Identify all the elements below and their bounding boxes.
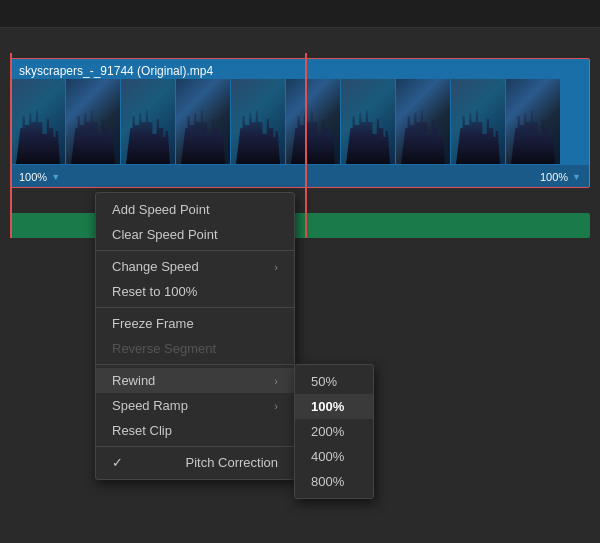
rewind-50-label: 50% [311, 374, 337, 389]
menu-item-freeze-frame[interactable]: Freeze Frame [96, 311, 294, 336]
thumb-7 [341, 79, 396, 164]
separator-4 [96, 446, 294, 447]
rewind-option-400[interactable]: 400% [295, 444, 373, 469]
change-speed-label: Change Speed [112, 259, 199, 274]
track-thumbnails [11, 79, 589, 164]
reverse-segment-label: Reverse Segment [112, 341, 216, 356]
separator-2 [96, 307, 294, 308]
playhead-line-right [305, 53, 307, 238]
reset-100-label: Reset to 100% [112, 284, 197, 299]
playhead-line-left [10, 53, 12, 238]
reset-clip-label: Reset Clip [112, 423, 172, 438]
context-menu: Add Speed Point Clear Speed Point Change… [95, 192, 295, 480]
menu-item-add-speed-point[interactable]: Add Speed Point [96, 197, 294, 222]
track-label: skyscrapers_-_91744 (Original).mp4 [19, 64, 213, 78]
rewind-option-100[interactable]: 100% [295, 394, 373, 419]
top-bar [0, 0, 600, 28]
menu-item-reverse-segment: Reverse Segment [96, 336, 294, 361]
pitch-correction-checkmark: ✓ [112, 455, 123, 470]
menu-item-pitch-correction[interactable]: ✓ Pitch Correction [96, 450, 294, 475]
rewind-submenu: 50% 100% 200% 400% 800% [294, 364, 374, 499]
pitch-correction-label: Pitch Correction [186, 455, 278, 470]
speed-bar: 100% ▼ 100% ▼ [11, 165, 589, 187]
timeline-area: skyscrapers_-_91744 (Original).mp4 ► ► ►… [0, 28, 600, 238]
add-speed-point-label: Add Speed Point [112, 202, 210, 217]
rewind-option-200[interactable]: 200% [295, 419, 373, 444]
speed-ramp-arrow-icon: › [274, 400, 278, 412]
rewind-800-label: 800% [311, 474, 344, 489]
menu-item-speed-ramp[interactable]: Speed Ramp › [96, 393, 294, 418]
thumb-2 [66, 79, 121, 164]
speed-arrow-left: ▼ [51, 172, 60, 182]
separator-3 [96, 364, 294, 365]
menu-item-change-speed[interactable]: Change Speed › [96, 254, 294, 279]
clear-speed-point-label: Clear Speed Point [112, 227, 218, 242]
menu-item-rewind[interactable]: Rewind › 50% 100% 200% 400% 800% [96, 368, 294, 393]
video-track[interactable]: skyscrapers_-_91744 (Original).mp4 ► ► ►… [10, 58, 590, 188]
menu-item-reset-100[interactable]: Reset to 100% [96, 279, 294, 304]
rewind-400-label: 400% [311, 449, 344, 464]
speed-value-left: 100% [19, 171, 47, 183]
thumb-9 [451, 79, 506, 164]
rewind-100-label: 100% [311, 399, 344, 414]
rewind-option-50[interactable]: 50% [295, 369, 373, 394]
rewind-200-label: 200% [311, 424, 344, 439]
thumb-8 [396, 79, 451, 164]
rewind-arrow-icon: › [274, 375, 278, 387]
thumb-6 [286, 79, 341, 164]
speed-label-right: 100% ▼ [540, 171, 581, 183]
freeze-frame-label: Freeze Frame [112, 316, 194, 331]
menu-item-reset-clip[interactable]: Reset Clip [96, 418, 294, 443]
speed-label-left: 100% ▼ [19, 171, 60, 183]
separator-1 [96, 250, 294, 251]
thumb-1 [11, 79, 66, 164]
rewind-label: Rewind [112, 373, 155, 388]
change-speed-arrow-icon: › [274, 261, 278, 273]
speed-value-right: 100% [540, 171, 568, 183]
speed-arrow-right: ▼ [572, 172, 581, 182]
speed-ramp-label: Speed Ramp [112, 398, 188, 413]
thumb-10 [506, 79, 561, 164]
rewind-option-800[interactable]: 800% [295, 469, 373, 494]
menu-item-clear-speed-point[interactable]: Clear Speed Point [96, 222, 294, 247]
thumb-4 [176, 79, 231, 164]
thumb-3 [121, 79, 176, 164]
thumb-5 [231, 79, 286, 164]
